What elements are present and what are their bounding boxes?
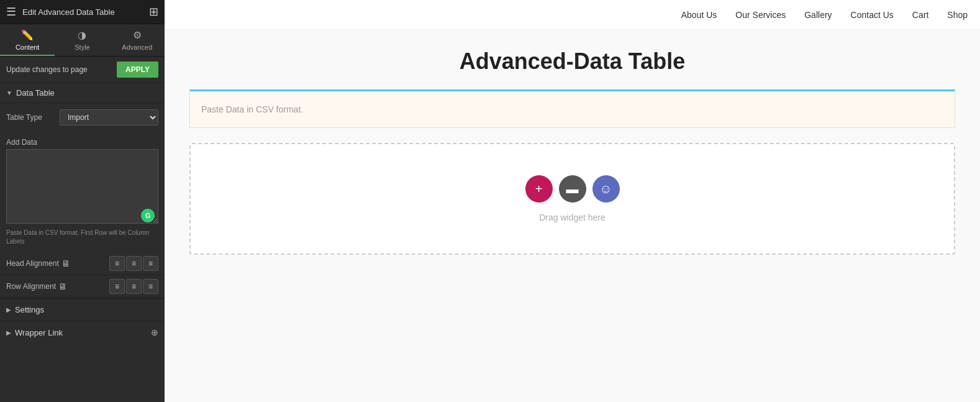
wrapper-link-header-left: ▶ Wrapper Link [6,328,63,337]
drop-zone[interactable]: + ▬ ☺ Drag widget here [189,143,955,255]
nav-our-services[interactable]: Our Services [735,10,786,20]
panel-title: Edit Advanced Data Table [22,7,143,17]
content-tab-icon: ✏️ [21,29,34,41]
row-alignment-label: Row Alignment 🖥 [6,281,106,291]
wrapper-link-section[interactable]: ▶ Wrapper Link ⊕ [0,321,165,344]
settings-title: Settings [15,305,44,314]
head-align-right-btn[interactable]: ≡ [143,256,158,271]
form-section: Table Type Import Manual CSV [0,103,165,138]
add-data-wrapper: G [6,149,158,226]
head-align-left-btn[interactable]: ≡ [109,256,125,271]
drop-zone-icons: + ▬ ☺ [525,175,620,203]
csv-area[interactable]: Paste Data in CSV format. [189,89,955,128]
add-data-hint: Paste Data in CSV format. First Row will… [0,226,165,252]
layout-icon[interactable]: ▬ [559,175,586,203]
add-data-textarea[interactable] [6,149,158,224]
apps-icon[interactable]: ☺ [592,175,620,203]
nav-about-us[interactable]: About Us [681,10,717,20]
row-monitor-icon: 🖥 [58,281,67,291]
nav-contact-us[interactable]: Contact Us [851,10,894,20]
settings-arrow-icon: ▶ [6,306,11,313]
advanced-tab-icon: ⚙ [133,29,142,41]
nav-bar: About Us Our Services Gallery Contact Us… [165,0,980,30]
nav-cart[interactable]: Cart [912,10,928,20]
nav-gallery[interactable]: Gallery [804,10,832,20]
wrapper-link-header[interactable]: ▶ Wrapper Link ⊕ [6,327,158,337]
table-type-row: Table Type Import Manual CSV [6,109,158,126]
tabs-bar: ✏️ Content ◑ Style ⚙ Advanced [0,24,165,57]
row-align-left-btn[interactable]: ≡ [109,279,125,294]
csv-placeholder: Paste Data in CSV format. [201,104,303,114]
head-alignment-buttons: ≡ ≡ ≡ [109,256,158,271]
advanced-tab-label: Advanced [122,43,152,51]
right-panel: About Us Our Services Gallery Contact Us… [165,0,980,402]
tab-content[interactable]: ✏️ Content [0,24,55,56]
content-tab-label: Content [16,43,40,51]
add-data-label: Add Data [0,138,165,149]
menu-icon[interactable]: ☰ [6,5,16,19]
settings-section-header[interactable]: ▶ Settings [6,305,158,314]
style-tab-label: Style [75,43,89,51]
row-align-center-btn[interactable]: ≡ [126,279,142,294]
grammarly-button[interactable]: G [141,209,155,222]
row-alignment-row: Row Alignment 🖥 ≡ ≡ ≡ [0,275,165,298]
section-arrow-icon: ▼ [6,89,12,96]
left-panel: ☰ Edit Advanced Data Table ⊞ ✏️ Content … [0,0,165,402]
table-type-label: Table Type [6,113,56,122]
update-bar: Update changes to page APPLY [0,57,165,83]
nav-shop[interactable]: Shop [947,10,968,20]
head-alignment-label: Head Alignment 🖥 [6,258,106,268]
head-alignment-row: Head Alignment 🖥 ≡ ≡ ≡ [0,252,165,275]
wrapper-link-icon: ⊕ [151,327,158,337]
apply-button[interactable]: APPLY [117,62,158,78]
head-alignment-text: Head Alignment [6,259,59,268]
content-area: Advanced-Data Table Paste Data in CSV fo… [165,30,980,402]
tab-style[interactable]: ◑ Style [55,24,109,56]
settings-header-left: ▶ Settings [6,305,44,314]
page-title: Advanced-Data Table [189,48,955,75]
row-alignment-buttons: ≡ ≡ ≡ [109,279,158,294]
row-align-right-btn[interactable]: ≡ [143,279,158,294]
grid-icon[interactable]: ⊞ [149,5,158,19]
drag-widget-label: Drag widget here [539,212,606,222]
update-label: Update changes to page [6,65,88,74]
head-monitor-icon: 🖥 [61,258,70,268]
wrapper-link-title: Wrapper Link [15,328,63,337]
tab-advanced[interactable]: ⚙ Advanced [110,24,165,56]
table-type-select[interactable]: Import Manual CSV [60,109,158,126]
head-align-center-btn[interactable]: ≡ [126,256,142,271]
row-alignment-text: Row Alignment [6,282,56,291]
data-table-section-header[interactable]: ▼ Data Table [0,83,165,103]
top-bar: ☰ Edit Advanced Data Table ⊞ [0,0,165,24]
settings-section[interactable]: ▶ Settings [0,298,165,321]
data-table-section-title: Data Table [16,88,55,98]
wrapper-arrow-icon: ▶ [6,329,11,336]
style-tab-icon: ◑ [78,29,86,41]
add-widget-icon[interactable]: + [525,175,553,203]
